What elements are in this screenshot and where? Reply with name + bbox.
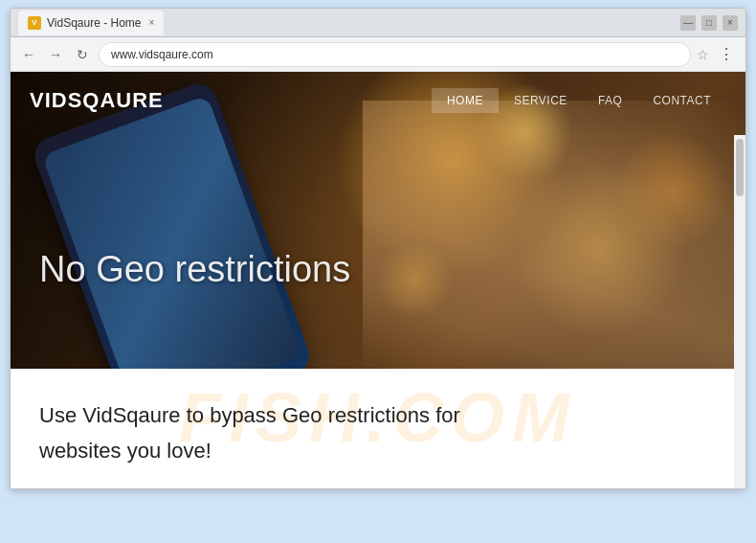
forward-button[interactable]: → (45, 44, 66, 65)
below-fold-section: FISH.COM Use VidSqaure to bypass Geo res… (11, 369, 745, 488)
scrollbar[interactable] (734, 135, 745, 488)
browser-window: V VidSqaure - Home × — □ × ← → ↻ ☆ ⋮ (10, 8, 746, 489)
maximize-button[interactable]: □ (701, 15, 717, 31)
nav-home[interactable]: HOME (432, 88, 499, 113)
address-input[interactable] (99, 42, 691, 67)
tab-favicon-icon: V (28, 16, 41, 30)
address-bar: ← → ↻ ☆ ⋮ (11, 37, 745, 72)
tab-title-label: VidSqaure - Home (47, 16, 142, 30)
hero-headline: No Geo restrictions (39, 248, 350, 292)
nav-contact[interactable]: CONTACT (637, 88, 726, 113)
site-logo: VIDSQAURE (30, 88, 164, 113)
scrollbar-thumb[interactable] (736, 139, 744, 196)
nav-links: HOME SERVICE FAQ CONTACT (432, 88, 726, 113)
description-text: Use VidSqaure to bypass Geo restrictions… (39, 397, 717, 469)
website-content: VIDSQAURE HOME SERVICE FAQ CONTACT No Ge… (11, 72, 745, 488)
tab-close-button[interactable]: × (149, 17, 155, 28)
window-controls: — □ × (680, 15, 738, 31)
browser-menu-button[interactable]: ⋮ (715, 43, 738, 65)
back-button[interactable]: ← (18, 44, 39, 65)
refresh-button[interactable]: ↻ (72, 44, 93, 65)
bookmark-star-icon[interactable]: ☆ (697, 47, 709, 62)
close-button[interactable]: × (723, 15, 738, 31)
hero-section: VIDSQAURE HOME SERVICE FAQ CONTACT No Ge… (11, 72, 745, 369)
hero-text-area: No Geo restrictions (39, 248, 350, 292)
minimize-button[interactable]: — (680, 15, 696, 31)
site-navbar: VIDSQAURE HOME SERVICE FAQ CONTACT (11, 72, 745, 129)
browser-tab[interactable]: V VidSqaure - Home × (18, 11, 164, 35)
title-bar: V VidSqaure - Home × — □ × (11, 9, 745, 37)
nav-faq[interactable]: FAQ (583, 88, 638, 113)
hand-overlay (363, 101, 745, 369)
nav-service[interactable]: SERVICE (499, 88, 583, 113)
